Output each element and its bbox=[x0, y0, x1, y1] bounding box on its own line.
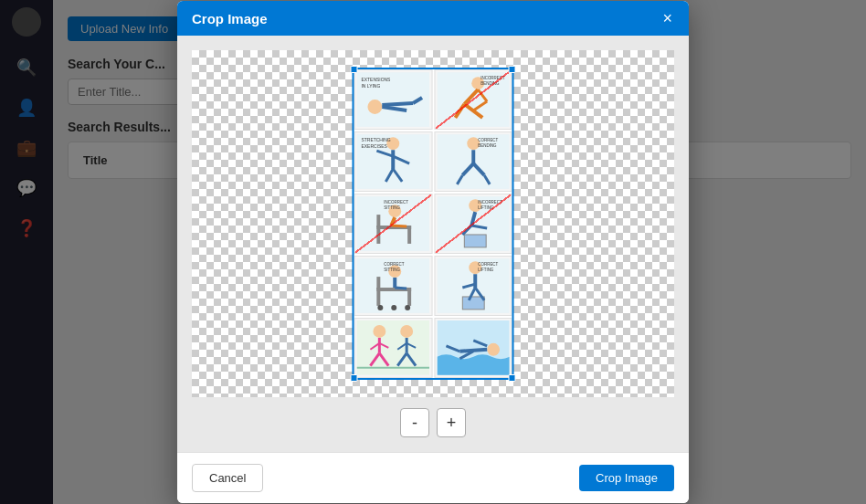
crop-handle-bottomright[interactable] bbox=[509, 374, 516, 382]
modal-close-button[interactable]: × bbox=[660, 10, 674, 26]
modal-header: Crop Image × bbox=[177, 1, 689, 36]
zoom-plus-button[interactable]: + bbox=[437, 408, 466, 437]
modal-body: EXTENSIONS IN LYING bbox=[177, 36, 689, 452]
crop-image-modal: Crop Image × bbox=[177, 1, 689, 503]
cancel-button[interactable]: Cancel bbox=[192, 464, 263, 492]
zoom-minus-button[interactable]: - bbox=[400, 408, 429, 437]
modal-title: Crop Image bbox=[192, 11, 268, 26]
modal-footer: Cancel Crop Image bbox=[177, 452, 689, 503]
modal-overlay: Crop Image × bbox=[0, 0, 866, 504]
crop-area: EXTENSIONS IN LYING bbox=[192, 50, 674, 397]
crop-image-button[interactable]: Crop Image bbox=[579, 465, 674, 491]
crop-handle-topleft[interactable] bbox=[351, 66, 358, 73]
crop-handle-topright[interactable] bbox=[509, 66, 516, 73]
zoom-controls: - + bbox=[192, 397, 674, 437]
crop-selection-box bbox=[353, 68, 514, 380]
crop-handle-bottomleft[interactable] bbox=[351, 374, 358, 382]
